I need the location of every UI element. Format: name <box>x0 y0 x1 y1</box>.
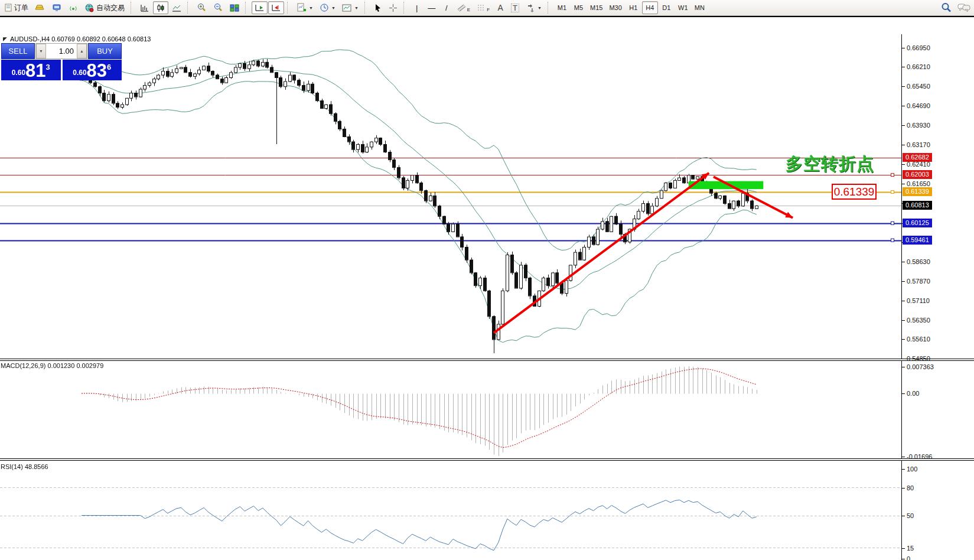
bar-chart-mode-button[interactable] <box>137 1 152 14</box>
tile-windows-icon <box>230 4 239 12</box>
fibonacci-tool-button[interactable]: F <box>474 1 493 14</box>
chevron-down-icon[interactable]: ▼ <box>309 6 313 10</box>
buy-price-big: 83 <box>87 63 107 79</box>
chevron-down-icon[interactable]: ▼ <box>538 6 542 10</box>
chevron-down-icon[interactable]: ▼ <box>354 6 359 10</box>
candlestick-icon <box>156 4 165 12</box>
timeframe-m30[interactable]: M30 <box>606 1 624 14</box>
timeframe-w1[interactable]: W1 <box>675 1 691 14</box>
equidistant-channel-tool-button[interactable]: E <box>454 1 473 14</box>
channel-letter: E <box>467 7 470 12</box>
volume-field[interactable]: ▼ 1.00 ▲ <box>35 43 87 59</box>
timeframe-h4[interactable]: H4 <box>642 1 658 14</box>
line-chart-icon <box>172 4 181 12</box>
price-axis-line <box>901 34 902 560</box>
horizontal-line-tool-button[interactable]: — <box>425 1 439 14</box>
price-tick <box>902 359 905 359</box>
chart-shift-button[interactable] <box>268 1 284 14</box>
panel-divider[interactable] <box>0 458 974 461</box>
timeframe-m15[interactable]: M15 <box>587 1 605 14</box>
price-chart-canvas[interactable] <box>0 34 901 359</box>
price-tick-label: 0.57870 <box>907 278 930 285</box>
price-badge: 0.60813 <box>903 201 932 210</box>
cursor-icon <box>374 4 382 12</box>
price-tick <box>902 301 905 301</box>
timeframe-h1[interactable]: H1 <box>626 1 641 14</box>
crosshair-icon <box>389 4 398 12</box>
toolbar-separator <box>131 2 135 14</box>
axis-tick <box>902 548 905 549</box>
timeframe-d1[interactable]: D1 <box>659 1 675 14</box>
price-callout-label[interactable]: 0.61339 <box>832 184 877 200</box>
templates-button[interactable]: ▼ <box>339 1 361 14</box>
buy-price-base: 0.60 <box>73 69 86 77</box>
text-tool-button[interactable]: A <box>493 1 507 14</box>
volume-value[interactable]: 1.00 <box>46 44 77 58</box>
axis-tick-label: 100 <box>907 465 917 473</box>
tile-windows-button[interactable] <box>227 1 242 14</box>
price-tick-label: 0.65450 <box>907 83 930 90</box>
rsi-canvas[interactable] <box>0 461 901 560</box>
axis-tick-label: 0 <box>907 555 910 560</box>
cursor-tool-button[interactable] <box>371 1 385 14</box>
crosshair-tool-button[interactable] <box>386 1 400 14</box>
history-center-button[interactable] <box>32 1 48 14</box>
rsi-indicator-label: RSI(14) 48.8566 <box>1 463 48 470</box>
autotrade-globe-icon <box>84 4 95 12</box>
periods-button[interactable]: ▼ <box>317 1 338 14</box>
terminal-button[interactable] <box>49 1 65 14</box>
autotrade-button[interactable]: 自动交易 <box>82 1 128 14</box>
sell-price-tile[interactable]: 0.60813 <box>1 60 61 80</box>
chevron-down-icon[interactable]: ▼ <box>331 6 335 10</box>
price-tick <box>902 67 905 67</box>
chat-icon[interactable] <box>957 3 970 13</box>
vertical-line-tool-button[interactable]: | <box>410 1 424 14</box>
sell-price-pip: 3 <box>46 63 50 71</box>
add-indicator-icon <box>297 3 307 12</box>
toolbar-separator <box>287 2 291 14</box>
volume-down-button[interactable]: ▼ <box>36 44 46 58</box>
price-badge: 0.61339 <box>903 187 932 196</box>
auto-scroll-button[interactable] <box>252 1 268 14</box>
price-tick <box>902 281 905 282</box>
buy-price-pip: 6 <box>107 63 111 71</box>
autotrade-label: 自动交易 <box>96 3 125 13</box>
buy-price-tile[interactable]: 0.60836 <box>63 60 122 80</box>
axis-tick-label: 0.007363 <box>907 363 934 370</box>
trendline-tool-button[interactable]: / <box>439 1 454 14</box>
fibonacci-letter: F <box>487 7 490 12</box>
price-tick-label: 0.63170 <box>907 141 930 148</box>
buy-button[interactable]: BUY <box>88 43 122 59</box>
zoom-out-icon <box>213 3 223 12</box>
timeframe-mn[interactable]: MN <box>692 1 708 14</box>
search-icon[interactable] <box>941 2 952 13</box>
channel-icon <box>457 4 467 12</box>
chart-marker-icon: ◤ <box>3 36 7 42</box>
sell-button[interactable]: SELL <box>1 43 35 59</box>
new-order-button[interactable]: 订单 <box>1 1 31 14</box>
candlestick-mode-button[interactable] <box>153 1 168 14</box>
add-indicator-button[interactable]: ▼ <box>294 1 316 14</box>
price-tick-label: 0.56350 <box>907 317 930 324</box>
chinese-annotation[interactable]: 多空转折点 <box>768 155 874 172</box>
application-window: 订单 自动交易 <box>0 0 974 560</box>
axis-tick <box>902 488 905 489</box>
timeframe-m1[interactable]: M1 <box>554 1 570 14</box>
zoom-in-button[interactable] <box>194 1 210 14</box>
axis-tick <box>902 457 905 457</box>
price-tick <box>902 164 905 165</box>
arrows-tool-button[interactable]: ▼ <box>523 1 545 14</box>
signal-icon <box>69 4 78 12</box>
line-chart-mode-button[interactable] <box>169 1 184 14</box>
volume-up-button[interactable]: ▲ <box>77 44 87 58</box>
zoom-out-button[interactable] <box>210 1 226 14</box>
price-badge: 0.62003 <box>903 170 932 179</box>
text-label-tool-button[interactable]: T <box>508 1 522 14</box>
price-tick-label: 0.66950 <box>907 44 930 51</box>
timeframe-m5[interactable]: M5 <box>571 1 587 14</box>
macd-canvas[interactable] <box>0 361 901 458</box>
signal-button[interactable] <box>66 1 81 14</box>
price-tick-label: 0.57110 <box>907 297 930 304</box>
horizontal-line-icon: — <box>428 4 435 12</box>
panel-divider[interactable] <box>0 359 974 361</box>
